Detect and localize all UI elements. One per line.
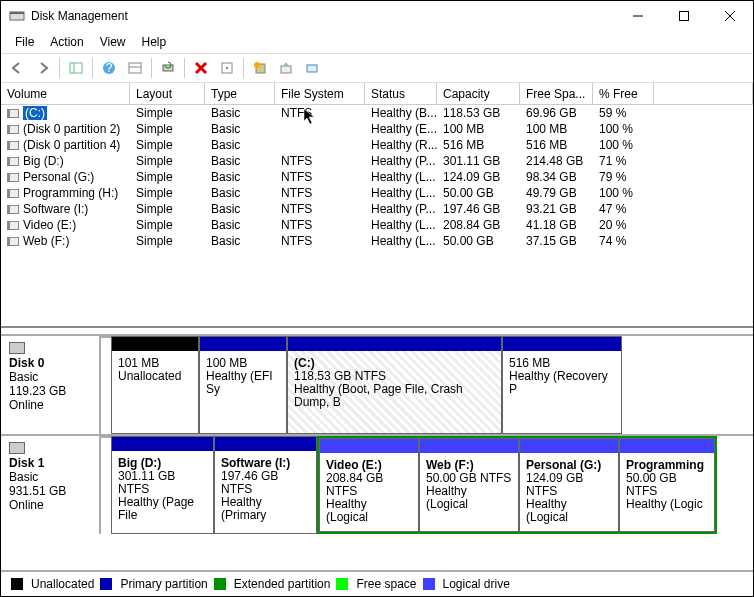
menu-file[interactable]: File	[7, 33, 42, 51]
svg-rect-6	[70, 63, 82, 73]
col-fs[interactable]: File System	[275, 83, 365, 104]
partition-title: Web (F:)	[426, 458, 474, 472]
cell-free: 516 MB	[520, 138, 593, 152]
volume-list-header: Volume Layout Type File System Status Ca…	[1, 83, 753, 105]
volume-list[interactable]: Volume Layout Type File System Status Ca…	[1, 83, 753, 328]
partition[interactable]: Web (F:)50.00 GB NTFSHealthy (Logical	[419, 438, 519, 532]
separator	[151, 58, 152, 78]
cell-capacity: 516 MB	[437, 138, 520, 152]
cell-status: Healthy (P...	[365, 202, 437, 216]
volume-icon	[7, 189, 19, 198]
partition-line2: Healthy (Boot, Page File, Crash Dump, B	[294, 382, 463, 409]
cell-layout: Simple	[130, 154, 205, 168]
partition-stripe	[503, 337, 621, 351]
maximize-button[interactable]	[661, 1, 707, 31]
cell-layout: Simple	[130, 218, 205, 232]
volume-name: Web (F:)	[23, 234, 69, 248]
menu-action[interactable]: Action	[42, 33, 91, 51]
cell-layout: Simple	[130, 234, 205, 248]
col-capacity[interactable]: Capacity	[437, 83, 520, 104]
partition[interactable]: Programming50.00 GB NTFSHealthy (Logic	[619, 438, 715, 532]
volume-name: Programming (H:)	[23, 186, 118, 200]
cell-status: Healthy (R...	[365, 138, 437, 152]
partition[interactable]: Personal (G:)124.09 GB NTFSHealthy (Logi…	[519, 438, 619, 532]
disk-graphical-view[interactable]: Disk 0Basic119.23 GBOnline101 MBUnalloca…	[1, 328, 753, 570]
partition-line1: 118.53 GB NTFS	[294, 369, 386, 383]
partition-title: (C:)	[294, 356, 315, 370]
cell-capacity: 50.00 GB	[437, 186, 520, 200]
svg-point-16	[226, 67, 228, 69]
cell-layout: Simple	[130, 202, 205, 216]
back-button[interactable]	[5, 56, 29, 80]
partition-line1: 208.84 GB NTFS	[326, 471, 383, 498]
table-row[interactable]: (Disk 0 partition 2)SimpleBasicHealthy (…	[1, 121, 753, 137]
cell-type: Basic	[205, 218, 275, 232]
settings-button[interactable]	[123, 56, 147, 80]
cell-pct: 74 %	[593, 234, 654, 248]
table-row[interactable]: Software (I:)SimpleBasicNTFSHealthy (P..…	[1, 201, 753, 217]
partition[interactable]: 516 MBHealthy (Recovery P	[502, 336, 622, 434]
cell-fs: NTFS	[275, 234, 365, 248]
forward-button[interactable]	[31, 56, 55, 80]
partition[interactable]: 100 MBHealthy (EFI Sy	[199, 336, 287, 434]
cell-free: 214.48 GB	[520, 154, 593, 168]
partition[interactable]: Software (I:)197.46 GB NTFSHealthy (Prim…	[214, 436, 317, 534]
menu-help[interactable]: Help	[134, 33, 175, 51]
menu-view[interactable]: View	[92, 33, 134, 51]
cell-layout: Simple	[130, 170, 205, 184]
delete-button[interactable]	[189, 56, 213, 80]
new-partition-button[interactable]	[248, 56, 272, 80]
volume-name: Big (D:)	[23, 154, 64, 168]
col-pct[interactable]: % Free	[593, 83, 654, 104]
cell-free: 93.21 GB	[520, 202, 593, 216]
disk-info[interactable]: Disk 1Basic931.51 GBOnline	[1, 436, 101, 534]
svg-rect-3	[680, 12, 689, 21]
mount-button[interactable]	[274, 56, 298, 80]
partition-body: Big (D:)301.11 GB NTFSHealthy (Page File	[112, 451, 213, 533]
partition-body: 101 MBUnallocated	[112, 351, 198, 433]
col-free[interactable]: Free Spa...	[520, 83, 593, 104]
partition-stripe	[620, 439, 714, 453]
show-hide-button[interactable]	[64, 56, 88, 80]
svg-rect-19	[281, 66, 291, 73]
cell-fs: NTFS	[275, 170, 365, 184]
table-row[interactable]: Programming (H:)SimpleBasicNTFSHealthy (…	[1, 185, 753, 201]
disk-name: Disk 1	[9, 456, 91, 470]
partition[interactable]: Big (D:)301.11 GB NTFSHealthy (Page File	[111, 436, 214, 534]
extended-partition-box: Video (E:)208.84 GB NTFSHealthy (Logical…	[317, 436, 717, 534]
minimize-button[interactable]	[615, 1, 661, 31]
cell-type: Basic	[205, 202, 275, 216]
cell-free: 69.96 GB	[520, 106, 593, 120]
disk-info[interactable]: Disk 0Basic119.23 GBOnline	[1, 336, 101, 434]
volume-name: Video (E:)	[23, 218, 76, 232]
partition[interactable]: 101 MBUnallocated	[111, 336, 199, 434]
col-status[interactable]: Status	[365, 83, 437, 104]
refresh-button[interactable]	[156, 56, 180, 80]
disk-partitions: 101 MBUnallocated100 MBHealthy (EFI Sy(C…	[101, 336, 753, 434]
format-button[interactable]	[300, 56, 324, 80]
separator	[92, 58, 93, 78]
partition[interactable]: Video (E:)208.84 GB NTFSHealthy (Logical	[319, 438, 419, 532]
properties-button[interactable]	[215, 56, 239, 80]
help-button[interactable]: ?	[97, 56, 121, 80]
cell-capacity: 100 MB	[437, 122, 520, 136]
partition[interactable]: (C:)118.53 GB NTFSHealthy (Boot, Page Fi…	[287, 336, 502, 434]
table-row[interactable]: Web (F:)SimpleBasicNTFSHealthy (L...50.0…	[1, 233, 753, 249]
col-type[interactable]: Type	[205, 83, 275, 104]
cell-free: 41.18 GB	[520, 218, 593, 232]
table-row[interactable]: Big (D:)SimpleBasicNTFSHealthy (P...301.…	[1, 153, 753, 169]
cell-free: 98.34 GB	[520, 170, 593, 184]
legend-swatch-extended	[214, 578, 226, 590]
disk-icon	[9, 342, 25, 354]
volume-name: Personal (G:)	[23, 170, 94, 184]
table-row[interactable]: (C:)SimpleBasicNTFSHealthy (B...118.53 G…	[1, 105, 753, 121]
col-layout[interactable]: Layout	[130, 83, 205, 104]
col-volume[interactable]: Volume	[1, 83, 130, 104]
table-row[interactable]: (Disk 0 partition 4)SimpleBasicHealthy (…	[1, 137, 753, 153]
col-spacer	[654, 83, 753, 104]
close-button[interactable]	[707, 1, 753, 31]
legend-swatch-unallocated	[11, 578, 23, 590]
legend: Unallocated Primary partition Extended p…	[1, 570, 753, 596]
table-row[interactable]: Personal (G:)SimpleBasicNTFSHealthy (L..…	[1, 169, 753, 185]
table-row[interactable]: Video (E:)SimpleBasicNTFSHealthy (L...20…	[1, 217, 753, 233]
